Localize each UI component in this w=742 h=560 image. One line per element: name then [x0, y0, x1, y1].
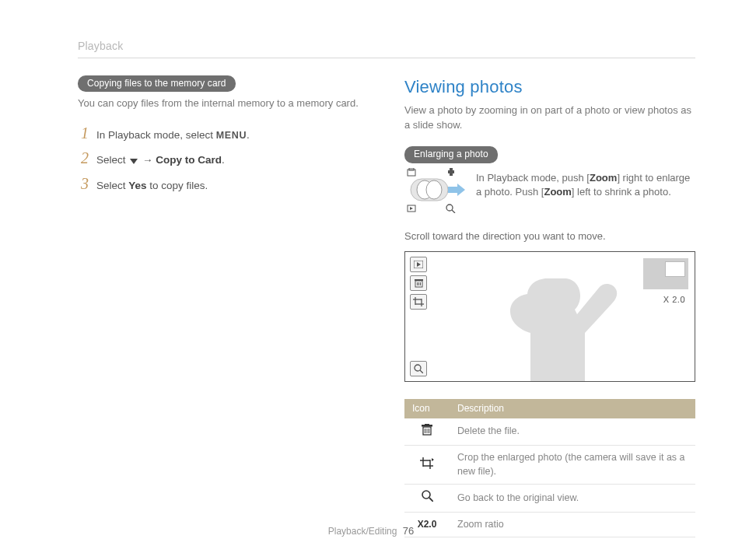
- step-post: to copy files.: [147, 180, 208, 191]
- svg-rect-31: [425, 424, 429, 425]
- page-footer: Playback/Editing 76: [0, 524, 742, 538]
- step-text: In Playback mode, select MENU.: [96, 128, 250, 143]
- footer-section: Playback/Editing: [328, 526, 397, 537]
- cell-icon-trash: [404, 418, 450, 446]
- breadcrumb: Playback: [78, 39, 695, 54]
- zt-e: ] left to shrink a photo.: [572, 186, 671, 198]
- step-bold: Copy to Card: [156, 154, 222, 166]
- svg-line-38: [429, 498, 433, 502]
- step-2: 2 Select → Copy to Card.: [78, 150, 369, 168]
- svg-rect-7: [448, 187, 457, 193]
- step-3: 3 Select Yes to copy files.: [78, 176, 369, 194]
- right-lead: View a photo by zooming in on part of a …: [404, 103, 695, 131]
- step-pre: Select: [96, 154, 128, 166]
- header-rule: [78, 58, 695, 58]
- zoom-instruction-text: In Playback mode, push [Zoom] right to e…: [476, 168, 695, 199]
- svg-marker-8: [457, 184, 465, 196]
- svg-point-37: [422, 491, 430, 499]
- step-post: .: [247, 129, 250, 141]
- play-icon: [410, 257, 427, 272]
- photo-viewer: X 2.0: [404, 251, 695, 382]
- chevron-down-icon: [128, 154, 139, 166]
- zt-a: In Playback mode, push [: [476, 172, 590, 184]
- step-number: 3: [78, 176, 89, 191]
- step-pre: In Playback mode, select: [96, 129, 216, 141]
- step-pre: Select: [96, 180, 128, 191]
- step-number: 1: [78, 125, 89, 141]
- cell-desc: Go back to the original view.: [450, 485, 695, 513]
- svg-point-11: [446, 205, 453, 211]
- viewer-zoom-ratio: X 2.0: [663, 294, 685, 306]
- left-lead: You can copy files from the internal mem…: [78, 96, 369, 110]
- viewer-minimap: [643, 258, 688, 289]
- crop-icon: [410, 294, 427, 310]
- left-column: Copying files to the memory card You can…: [78, 75, 369, 538]
- viewer-toolbar: [410, 257, 427, 310]
- svg-line-25: [420, 370, 423, 373]
- step-number: 2: [78, 150, 89, 166]
- icon-description-table: Icon Description Delete the file. Crop t…: [404, 399, 695, 537]
- menu-glyph: MENU: [216, 130, 247, 141]
- step-bold: Yes: [128, 180, 146, 191]
- zoom-lever-illustration: [404, 168, 465, 217]
- scroll-note: Scroll toward the direction you want to …: [404, 229, 695, 243]
- step-text: Select Yes to copy files.: [96, 179, 208, 194]
- viewer-magnifier: [410, 361, 427, 376]
- svg-marker-10: [410, 207, 413, 210]
- svg-marker-36: [432, 458, 434, 461]
- section-title-viewing-photos: Viewing photos: [404, 75, 695, 100]
- trash-icon: [410, 275, 427, 291]
- right-column: Viewing photos View a photo by zooming i…: [404, 75, 695, 538]
- table-row: Delete the file.: [404, 418, 695, 446]
- pill-enlarging-photo: Enlarging a photo: [404, 146, 498, 163]
- th-icon: Icon: [404, 399, 450, 418]
- table-row: Go back to the original view.: [404, 485, 695, 513]
- step-text: Select → Copy to Card.: [96, 153, 225, 168]
- content-columns: Copying files to the memory card You can…: [78, 75, 695, 538]
- th-description: Description: [450, 399, 695, 418]
- cell-icon-magnifier: [404, 485, 450, 513]
- table-row: Crop the enlarged photo (the camera will…: [404, 446, 695, 485]
- zt-b: Zoom: [590, 172, 617, 184]
- cell-icon-crop: [404, 446, 450, 485]
- svg-rect-3: [448, 170, 454, 173]
- cell-desc: Crop the enlarged photo (the camera will…: [450, 446, 695, 485]
- svg-rect-19: [415, 279, 423, 281]
- step-1: 1 In Playback mode, select MENU.: [78, 125, 369, 143]
- cell-desc: Delete the file.: [450, 418, 695, 446]
- pill-copy-files: Copying files to the memory card: [78, 75, 236, 93]
- step-post: .: [222, 154, 225, 166]
- page-number: 76: [403, 525, 414, 537]
- photo-silhouette: [491, 264, 646, 381]
- svg-point-6: [426, 180, 442, 199]
- svg-line-12: [452, 210, 455, 213]
- zoom-instruction-row: In Playback mode, push [Zoom] right to e…: [404, 168, 695, 217]
- svg-marker-14: [417, 262, 421, 267]
- svg-point-24: [415, 365, 421, 371]
- zt-d: Zoom: [544, 186, 571, 198]
- magnifier-icon: [410, 361, 427, 376]
